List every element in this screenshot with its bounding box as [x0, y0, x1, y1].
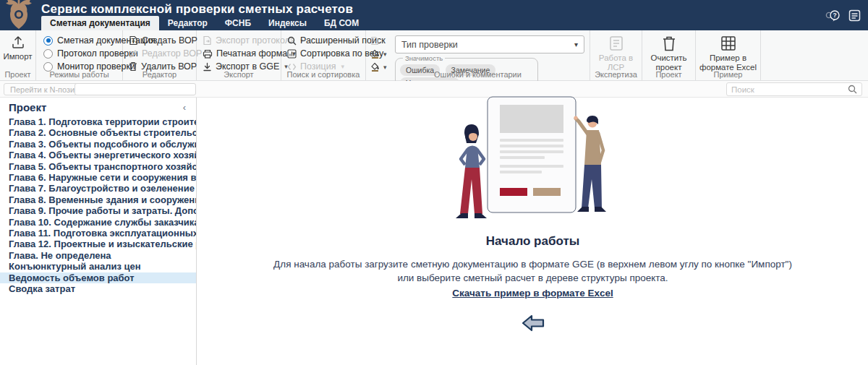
tree-item[interactable]: Глава 8. Временные здания и сооружения: [0, 194, 196, 205]
tree-item[interactable]: Глава 9. Прочие работы и затраты. Дополн…: [0, 205, 196, 216]
angle-brackets-icon: [287, 63, 297, 71]
radio-checked-icon: [43, 36, 53, 46]
export-protocol-button[interactable]: Экспорт протокола ▾: [197, 35, 281, 46]
work-in-lsr-button[interactable]: Работа в ЛСР: [595, 35, 637, 72]
instructions-text: Для начала работы загрузите сметную доку…: [273, 258, 792, 285]
tab-redaktor[interactable]: Редактор: [159, 16, 216, 30]
ribbon-group-expertise: Работа в ЛСР Экспертиза: [590, 30, 642, 80]
instructions-line-2: или выберите сметный расчет в дереве стр…: [273, 272, 792, 285]
group-label-project-right: Проект: [642, 70, 695, 79]
significance-legend: Значимость: [403, 54, 445, 62]
group-label-example: Пример: [696, 70, 760, 79]
search-input[interactable]: [731, 85, 848, 94]
ribbon-group-modes: Сметная документация Протокол проверки М…: [36, 30, 123, 80]
edit-vor-button[interactable]: Редактор ВОР: [123, 48, 196, 59]
sort-by-weight-button[interactable]: Сортировка по весу: [281, 48, 365, 59]
tab-smetnaya-dokumentaciya[interactable]: Сметная документация: [41, 16, 159, 30]
check-type-dropdown[interactable]: Тип проверки ▾: [395, 35, 584, 53]
create-vor-button[interactable]: Создать ВОР: [123, 35, 196, 46]
ribbon-group-example: Пример в формате Excel Пример: [696, 30, 761, 80]
grid-table-icon: [720, 35, 737, 52]
ribbon-group-project-right: Очистить проект Проект: [642, 30, 696, 80]
bar-chart-icon: [287, 49, 297, 59]
project-tree: Глава 1. Подготовка территории строитель…: [0, 116, 196, 295]
radio-icon: [43, 49, 53, 59]
search-icon[interactable]: [848, 85, 857, 94]
group-label-expertise: Экспертиза: [590, 70, 642, 79]
ribbon-group-export: Экспорт протокола ▾ Печатная форма ▾ Экс…: [197, 30, 281, 80]
group-label-search-sort: Поиск и сортировка: [281, 70, 365, 79]
tree-item[interactable]: Глава 2. Основные объекты строительства: [0, 127, 196, 138]
ribbon-group-search-sort: Расширенный поиск Сортировка по весу Поз…: [281, 30, 366, 80]
tree-item[interactable]: Глава 10. Содержание службы заказчиказас…: [0, 217, 196, 228]
tree-item-selected[interactable]: Ведомость объемов работ: [0, 272, 196, 283]
chevron-down-icon: ▾: [383, 64, 387, 71]
pencil-icon: [129, 49, 138, 59]
group-label-editor: Редактор: [123, 70, 196, 79]
sub-toolbar: Перейти к N-позиции: [0, 81, 868, 98]
ribbon-spacer: [761, 30, 868, 80]
illustration: [443, 95, 624, 230]
ribbon-group-errors-comments: ▾ ▾ Тип проверки ▾ Значимость Ошибка: [366, 30, 590, 80]
tree-item[interactable]: Глава 11. Подготовка эксплуатационных ка…: [0, 228, 196, 239]
app-header: Сервис комплексной проверки сметных расч…: [0, 0, 868, 30]
group-label-errors-comments: Ошибки и комментарии: [366, 70, 590, 79]
tree-item[interactable]: Глава 5. Объекты транспортного хозяйства…: [0, 161, 196, 172]
app-title: Сервис комплексной проверки сметных расч…: [41, 2, 353, 17]
chevron-down-icon: ▾: [574, 40, 578, 48]
printer-icon: [203, 49, 213, 59]
search-box[interactable]: [726, 82, 862, 96]
back-arrow-icon: [522, 314, 545, 335]
example-excel-button[interactable]: Пример в формате Excel: [698, 35, 759, 72]
sidebar-title: Проект: [9, 101, 46, 113]
search-icon: [287, 36, 297, 46]
project-tree-panel: Проект ‹ Глава 1. Подготовка территории …: [0, 98, 197, 365]
mode-protokol-proverki[interactable]: Протокол проверки: [36, 48, 122, 59]
chevron-down-icon: ▾: [341, 63, 344, 70]
print-form-button[interactable]: Печатная форма ▾: [197, 48, 281, 59]
tab-bd-som[interactable]: БД СОМ: [315, 16, 367, 30]
chevron-down-icon: ▾: [383, 51, 387, 58]
svg-text:?: ?: [833, 12, 836, 19]
man-figure: [574, 116, 606, 212]
trash-icon: [661, 35, 677, 52]
tree-item[interactable]: Глава. Не определена: [0, 250, 196, 261]
advanced-search-button[interactable]: Расширенный поиск: [281, 35, 365, 46]
logo-eagle-icon: [1, 0, 36, 31]
tab-fsnb[interactable]: ФСНБ: [216, 16, 260, 30]
tree-item[interactable]: Конъюнктурный анализ цен: [0, 261, 196, 272]
tree-item[interactable]: Глава 6. Наружные сети и сооружения водо…: [0, 172, 196, 183]
main-menu-tabs: Сметная документация Редактор ФСНБ Индек…: [41, 16, 367, 30]
tree-item[interactable]: Сводка затрат: [0, 283, 196, 294]
help-chat-icon[interactable]: ?: [825, 9, 841, 22]
download-excel-example-link[interactable]: Скачать пример в формате Excel: [452, 288, 613, 299]
document-remove-icon[interactable]: [370, 36, 392, 46]
tab-indeksy[interactable]: Индексы: [260, 16, 315, 30]
document-export-icon: [203, 35, 212, 46]
collapse-sidebar-icon[interactable]: ‹: [182, 102, 187, 113]
tree-item[interactable]: Глава 1. Подготовка территории строитель…: [0, 116, 196, 127]
document-plus-icon: [129, 35, 138, 46]
getting-started-heading: Начало работы: [486, 234, 579, 249]
fill-color-button-1[interactable]: ▾: [370, 49, 392, 59]
main-content: Начало работы Для начала работы загрузит…: [197, 98, 868, 365]
ribbon-group-project-left: Импорт Проект: [0, 30, 36, 80]
ribbon-toolbar: Импорт Проект Сметная документация Прото…: [0, 30, 868, 81]
document-lines-icon: [608, 35, 625, 52]
group-label-modes: Режимы работы: [36, 70, 122, 79]
goto-position-input[interactable]: [75, 83, 196, 95]
group-label-export: Экспорт: [197, 70, 281, 79]
tree-item[interactable]: Глава 12. Проектные и изыскательские раб…: [0, 239, 196, 249]
import-icon: [10, 35, 26, 51]
tree-item[interactable]: Глава 4. Объекты энергетического хозяйст…: [0, 150, 196, 160]
clear-project-button[interactable]: Очистить проект: [647, 35, 691, 72]
group-label-project: Проект: [0, 70, 35, 79]
notes-icon[interactable]: [848, 9, 861, 22]
import-button[interactable]: Импорт: [3, 35, 32, 61]
ribbon-group-editor: Создать ВОР Редактор ВОР Удалить ВОР Ред…: [123, 30, 197, 80]
mode-smetnaya-dokumentaciya[interactable]: Сметная документация: [36, 35, 122, 46]
instructions-line-1: Для начала работы загрузите сметную доку…: [273, 258, 792, 272]
tree-item[interactable]: Глава 7. Благоустройство и озеленение те…: [0, 183, 196, 194]
woman-figure: [456, 124, 487, 218]
tree-item[interactable]: Глава 3. Объекты подсобного и обслужива.…: [0, 139, 196, 150]
